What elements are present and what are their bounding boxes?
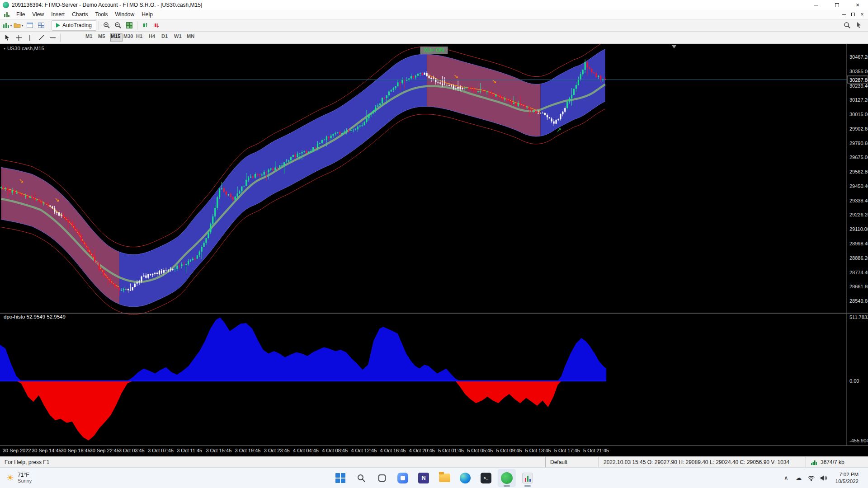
chart-window-icon[interactable] (4, 12, 10, 17)
search-button[interactable] (352, 469, 370, 487)
price-tick-label: 28774.40 (849, 270, 868, 275)
down-arrow-marker: ↘ (491, 78, 496, 84)
edge-button[interactable] (456, 469, 474, 487)
timeframe-m5-button[interactable]: M5 (98, 33, 110, 42)
weather-widget[interactable]: ☀ 71°F Sunny (0, 468, 38, 488)
child-restore-button[interactable] (849, 11, 857, 18)
tile-windows-button[interactable] (124, 20, 135, 31)
start-button[interactable] (331, 469, 349, 487)
search-icon (357, 474, 366, 483)
chart-window: ↘↘↘↘↗30467.2030355.0030239.4030127.20300… (0, 44, 868, 456)
chat-button[interactable] (394, 469, 412, 487)
windows-logo-icon (335, 473, 345, 483)
dpo-scale-min: -455.9049 (849, 438, 868, 443)
sell-order-button[interactable] (151, 20, 162, 31)
price-tick-label: 30239.40 (849, 83, 868, 89)
menu-file[interactable]: File (13, 10, 28, 19)
file-explorer-button[interactable] (435, 469, 453, 487)
menu-view[interactable]: View (28, 10, 47, 19)
time-tick-label: 3 Oct 03:45 (119, 448, 145, 453)
profiles-button[interactable]: ▾ (13, 20, 24, 31)
timeframe-m1-button[interactable]: M1 (85, 33, 97, 42)
onenote-icon (418, 473, 429, 483)
clock-time: 7:02 PM (839, 471, 859, 478)
data-window-button[interactable] (36, 20, 47, 31)
price-tick-label: 29338.40 (849, 198, 868, 203)
timeframe-m15-button[interactable]: M15 (110, 33, 123, 42)
pointer-mode-button[interactable] (854, 20, 864, 31)
timeframe-mn-button[interactable]: MN (186, 33, 198, 42)
status-bar: For Help, press F1 Default 2022.10.03 15… (0, 456, 868, 467)
menu-window[interactable]: Window (112, 10, 138, 19)
onenote-button[interactable] (415, 469, 433, 487)
menu-bar: File View Insert Charts Tools Window Hel… (0, 10, 868, 19)
trendline-tool-button[interactable] (36, 33, 47, 43)
zoom-in-button[interactable] (101, 20, 112, 31)
wifi-icon[interactable] (806, 471, 817, 485)
open-indicator (524, 485, 531, 487)
terminal-button[interactable] (477, 469, 495, 487)
zoom-out-button[interactable] (113, 20, 123, 31)
child-close-button[interactable]: × (858, 11, 866, 18)
dpo-scale-zero: 0.00 (849, 378, 859, 384)
timeframe-h1-button[interactable]: H1 (136, 33, 148, 42)
timeframe-d1-button[interactable]: D1 (161, 33, 173, 42)
menu-tools[interactable]: Tools (92, 10, 112, 19)
up-arrow-marker: ↗ (557, 127, 561, 133)
timeframe-h4-button[interactable]: H4 (148, 33, 160, 42)
menu-insert[interactable]: Insert (47, 10, 68, 19)
timeframe-m30-button[interactable]: M30 (123, 33, 135, 42)
hidden-icons-button[interactable]: ∧ (780, 471, 792, 485)
profile-selector[interactable]: Default (545, 457, 599, 467)
time-tick-label: 3 Oct 11:45 (177, 448, 202, 453)
time-tick-label: 3 Oct 07:45 (148, 448, 174, 453)
task-view-button[interactable] (373, 469, 391, 487)
clock-widget[interactable]: 7:02 PM 10/5/2022 (831, 471, 863, 485)
volume-icon[interactable] (818, 471, 830, 485)
vertical-line-tool-button[interactable] (24, 33, 35, 43)
bar-info: 2022.10.03 15:45 O: 29027.90 H: 29089.40… (599, 457, 806, 467)
onedrive-icon[interactable]: ☁ (793, 471, 805, 485)
menu-charts[interactable]: Charts (68, 10, 91, 19)
chart-tools-toolbar: M1 M5 M15 M30 H1 H4 D1 W1 MN (0, 32, 868, 44)
active-app-button[interactable] (498, 469, 516, 487)
time-tick-label: 5 Oct 21:45 (583, 448, 609, 453)
task-view-icon (378, 474, 386, 482)
chart-shift-marker (672, 45, 676, 48)
sun-icon: ☀ (6, 473, 14, 483)
collapse-icon[interactable]: ▾ (4, 47, 5, 51)
standard-toolbar: ▾ ▾ AutoTrading (0, 19, 868, 32)
weather-condition: Sunny (18, 478, 32, 484)
minimize-button[interactable] (806, 0, 826, 10)
time-tick-label: 3 Oct 15:45 (206, 448, 231, 453)
restore-button[interactable] (826, 0, 847, 10)
horizontal-line-tool-button[interactable] (47, 33, 58, 43)
cursor-tool-button[interactable] (2, 33, 13, 43)
down-arrow-marker: ↘ (19, 177, 24, 184)
timeframe-w1-button[interactable]: W1 (174, 33, 186, 42)
metatrader-button[interactable] (519, 469, 537, 487)
close-button[interactable]: × (847, 0, 868, 10)
symbol-search-button[interactable] (842, 20, 853, 31)
time-tick-label: 30 Sep 22:45 (90, 448, 119, 453)
title-bar: 2091136394: FTMO-Server - Demo Account -… (0, 0, 868, 10)
time-tick-label: 5 Oct 13:45 (525, 448, 551, 453)
down-arrow-marker: ↘ (55, 196, 60, 203)
play-icon (56, 23, 60, 28)
crosshair-tool-button[interactable] (13, 33, 24, 43)
buy-order-button[interactable] (140, 20, 151, 31)
new-chart-button[interactable]: ▾ (2, 20, 13, 31)
child-minimize-button[interactable] (840, 11, 848, 18)
weather-temp: 71°F (18, 472, 32, 478)
price-chart-canvas[interactable]: ↘↘↘↘↗30467.2030355.0030239.4030127.20300… (0, 44, 868, 456)
desktop: 2091136394: FTMO-Server - Demo Account -… (0, 0, 868, 488)
price-tick-label: 30355.00 (849, 69, 868, 74)
menu-help[interactable]: Help (138, 10, 156, 19)
autotrading-button[interactable]: AutoTrading (52, 20, 96, 31)
toolbar-separator (49, 21, 49, 30)
time-tick-label: 30 Sep 2022 (3, 448, 31, 453)
time-tick-label: 30 Sep 18:45 (61, 448, 90, 453)
time-tick-label: 5 Oct 09:45 (496, 448, 522, 453)
green-app-icon (501, 472, 513, 484)
market-watch-button[interactable] (24, 20, 35, 31)
